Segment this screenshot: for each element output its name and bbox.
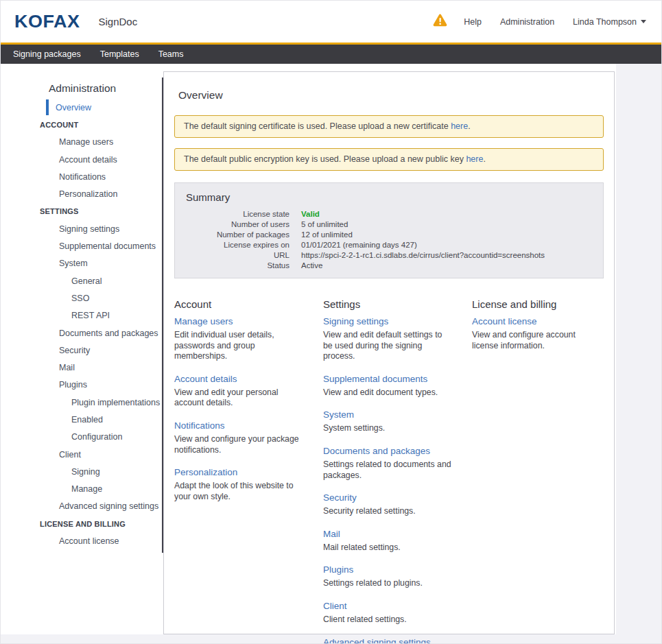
summary-label-license-state: License state (186, 209, 289, 219)
link-system[interactable]: System (323, 409, 451, 420)
product-name: SignDoc (99, 16, 138, 27)
sidebar-row: Security (1, 342, 162, 359)
sidebar-section-settings: SETTINGS (1, 207, 79, 215)
navbar: Signing packagesTemplatesTeams (1, 45, 661, 64)
chevron-down-icon (641, 20, 646, 23)
nav-item-signing-packages[interactable]: Signing packages (13, 49, 81, 59)
upload-public-key-link[interactable]: here (466, 154, 483, 164)
banner-text: The default public encryption key is use… (184, 154, 464, 164)
sidebar-item-configuration[interactable]: Configuration (1, 432, 122, 442)
sidebar-row: SETTINGS (1, 203, 162, 220)
warning-triangle-icon (433, 14, 447, 29)
sidebar-item-mail[interactable]: Mail (1, 363, 75, 372)
content-band: Administration OverviewACCOUNTManage use… (1, 64, 616, 634)
signing-certificate-warning-banner: The default signing certificate is used.… (174, 115, 604, 138)
link-plugins[interactable]: Plugins (323, 564, 451, 575)
sidebar-row: Manage (1, 481, 162, 498)
sidebar-item-overview[interactable]: Overview (1, 103, 91, 112)
summary-value-number-of-users: 5 of unlimited (301, 219, 592, 230)
kofax-logo: KOFAX (14, 13, 80, 31)
summary-value-number-of-packages: 12 of unlimited (301, 230, 592, 240)
sidebar-row: Plugins (1, 377, 162, 394)
link-advanced-signing-settings[interactable]: Advanced signing settings (323, 637, 451, 644)
link-account-details[interactable]: Account details (174, 374, 303, 384)
link-mail[interactable]: Mail (323, 529, 451, 539)
sidebar-item-security[interactable]: Security (1, 346, 90, 355)
desc-security: Security related settings. (323, 506, 451, 517)
sidebar-item-general[interactable]: General (1, 276, 102, 286)
desc-manage-users: Edit individual user details, passwords … (174, 330, 303, 362)
banner-suffix: . (483, 154, 485, 164)
sidebar-item-advanced-signing-settings[interactable]: Advanced signing settings (1, 501, 158, 511)
desc-system: System settings. (323, 423, 451, 434)
nav-item-templates[interactable]: Templates (100, 49, 139, 59)
sidebar-row: Supplemental documents (1, 237, 162, 254)
sidebar-row: REST API (1, 307, 162, 324)
sidebar-item-sso[interactable]: SSO (1, 294, 89, 303)
summary-title: Summary (186, 191, 592, 203)
help-link[interactable]: Help (464, 17, 482, 27)
sidebar-row: Account license (1, 532, 162, 549)
summary-label-number-of-users: Number of users (186, 219, 289, 230)
sidebar-item-rest-api[interactable]: REST API (1, 311, 110, 320)
sidebar-item-manage-users[interactable]: Manage users (1, 137, 113, 147)
sidebar-row: Configuration (1, 429, 162, 446)
sidebar-item-personalization[interactable]: Personalization (1, 189, 117, 199)
banner-suffix: . (468, 121, 470, 131)
summary-value-license-state: Valid (301, 209, 592, 219)
link-account-license[interactable]: Account license (472, 316, 600, 326)
sidebar-item-plugin-implementations[interactable]: Plugin implementations (1, 398, 160, 407)
desc-account-details: View and edit your personal account deta… (174, 387, 303, 409)
sidebar-item-signing[interactable]: Signing (1, 467, 100, 477)
quick-links-columns: AccountManage usersEdit individual user … (174, 298, 604, 644)
sidebar-row: Client (1, 446, 162, 463)
overview-card: Overview The default signing certificate… (163, 71, 615, 634)
sidebar-item-supplemental-documents[interactable]: Supplemental documents (1, 241, 156, 251)
administration-link[interactable]: Administration (500, 17, 554, 27)
link-supplemental-documents[interactable]: Supplemental documents (323, 374, 451, 384)
user-menu[interactable]: Linda Thompson (573, 17, 646, 27)
desc-supplemental-documents: View and edit document types. (323, 387, 451, 398)
sidebar-item-account-license[interactable]: Account license (1, 536, 119, 546)
content-area: Administration OverviewACCOUNTManage use… (1, 64, 661, 634)
sidebar-row: Mail (1, 359, 162, 376)
sidebar-item-manage[interactable]: Manage (1, 484, 102, 494)
sidebar-item-plugins[interactable]: Plugins (1, 380, 87, 390)
nav-item-teams[interactable]: Teams (158, 49, 184, 59)
sidebar-item-client[interactable]: Client (1, 450, 81, 460)
desc-client: Client related settings. (323, 615, 451, 625)
sidebar-row: Documents and packages (1, 324, 162, 342)
sidebar-item-documents-and-packages[interactable]: Documents and packages (1, 329, 158, 338)
sidebar-item-signing-settings[interactable]: Signing settings (1, 224, 119, 234)
column-settings: SettingsSigning settingsView and edit de… (323, 298, 451, 644)
summary-value-license-expires-on: 01/01/2021 (remaining days 427) (301, 240, 592, 250)
sidebar-row: Overview (1, 99, 162, 116)
sidebar-item-enabled[interactable]: Enabled (1, 415, 103, 425)
column-account: AccountManage usersEdit individual user … (174, 298, 303, 644)
link-signing-settings[interactable]: Signing settings (323, 316, 451, 326)
upload-certificate-link[interactable]: here (451, 121, 468, 131)
link-security[interactable]: Security (323, 492, 451, 503)
sidebar-section-account: ACCOUNT (1, 121, 78, 129)
sidebar-item-system[interactable]: System (1, 259, 88, 268)
page-title: Overview (178, 89, 604, 102)
sidebar-row: Manage users (1, 134, 162, 151)
user-name: Linda Thompson (573, 17, 637, 27)
sidebar-item-account-details[interactable]: Account details (1, 155, 117, 165)
sidebar-item-notifications[interactable]: Notifications (1, 172, 106, 182)
sidebar-row: Enabled (1, 411, 162, 428)
link-documents-and-packages[interactable]: Documents and packages (323, 446, 451, 456)
link-personalization[interactable]: Personalization (174, 467, 303, 477)
summary-label-license-expires-on: License expires on (186, 240, 289, 250)
sidebar-rail: Administration OverviewACCOUNTManage use… (1, 77, 163, 553)
app-header: KOFAX SignDoc Help Administration Linda … (1, 1, 661, 43)
sidebar-section-license-and-billing: LICENSE AND BILLING (1, 520, 126, 528)
link-notifications[interactable]: Notifications (174, 420, 303, 431)
sidebar-row: Notifications (1, 168, 162, 185)
sidebar: Administration OverviewACCOUNTManage use… (1, 71, 163, 634)
link-client[interactable]: Client (323, 601, 451, 611)
header-warning[interactable] (433, 14, 447, 29)
sidebar-row: SSO (1, 289, 162, 307)
link-manage-users[interactable]: Manage users (174, 316, 303, 326)
desc-documents-and-packages: Settings related to documents and packag… (323, 460, 451, 481)
